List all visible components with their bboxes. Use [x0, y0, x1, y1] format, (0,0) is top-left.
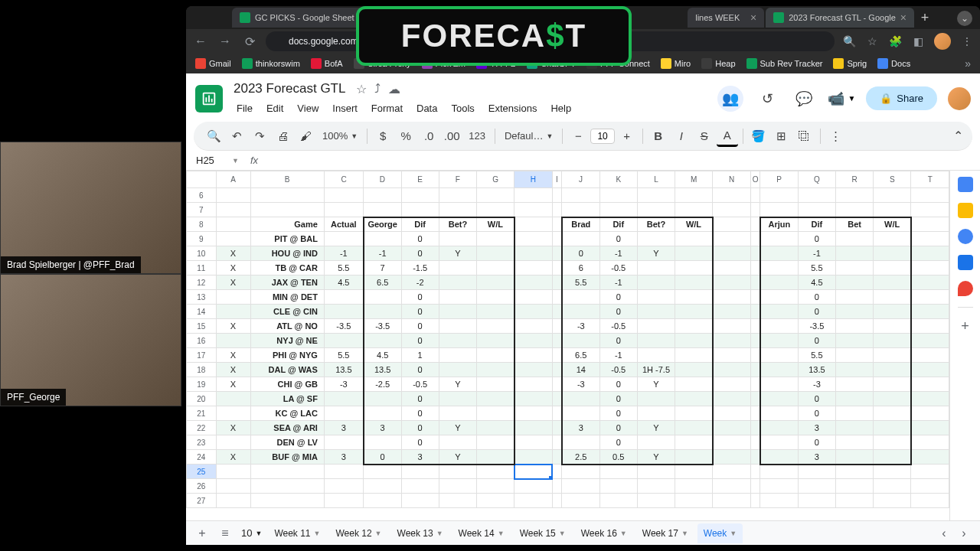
cell[interactable]: [562, 290, 599, 305]
font-size-increase[interactable]: +: [616, 126, 638, 147]
cell[interactable]: [874, 276, 911, 290]
bookmark-item[interactable]: Heap: [701, 58, 735, 69]
cell[interactable]: [562, 406, 599, 421]
cell[interactable]: [439, 406, 476, 421]
cell[interactable]: [439, 319, 476, 334]
cell[interactable]: [798, 465, 835, 479]
cell[interactable]: DAL @ WAS: [250, 363, 324, 377]
cell[interactable]: [477, 377, 514, 392]
share-button[interactable]: 🔒Share: [866, 86, 937, 110]
font-select[interactable]: Defaul…▼: [500, 130, 558, 142]
fill-color-button[interactable]: 🪣: [748, 126, 769, 147]
meet-button[interactable]: 📹▼: [828, 90, 855, 107]
cell[interactable]: [477, 261, 514, 276]
browser-tab[interactable]: lines WEEK×: [688, 8, 764, 28]
column-header[interactable]: E: [401, 171, 439, 188]
cell[interactable]: [911, 276, 949, 290]
cell[interactable]: [750, 421, 760, 435]
cell[interactable]: 5.5: [324, 261, 363, 276]
cell[interactable]: [713, 435, 750, 450]
zoom-select[interactable]: 100%▼: [318, 130, 362, 142]
cell[interactable]: [324, 334, 363, 348]
cell[interactable]: [835, 276, 873, 290]
extensions-icon[interactable]: 🧩: [888, 34, 902, 48]
cell[interactable]: [874, 377, 911, 392]
bookmark-item[interactable]: BofA: [311, 58, 343, 69]
cell[interactable]: [324, 479, 363, 494]
row-header[interactable]: 24: [187, 450, 217, 465]
column-header[interactable]: A: [216, 171, 250, 188]
sheet-prev-button[interactable]: ‹: [934, 523, 954, 543]
cell[interactable]: [364, 188, 401, 203]
column-header[interactable]: H: [514, 171, 552, 188]
cell[interactable]: [911, 305, 949, 319]
sheets-logo-icon[interactable]: [195, 85, 223, 112]
cell[interactable]: [713, 319, 750, 334]
cell[interactable]: [750, 246, 760, 261]
cell[interactable]: [835, 348, 873, 363]
percent-button[interactable]: %: [395, 126, 416, 147]
cell[interactable]: [216, 203, 250, 217]
column-header[interactable]: I: [552, 171, 562, 188]
menu-file[interactable]: File: [230, 99, 259, 117]
cell[interactable]: -0.5: [599, 319, 637, 334]
cell[interactable]: 3: [798, 421, 835, 435]
cell[interactable]: 0: [599, 305, 637, 319]
cell[interactable]: [562, 305, 599, 319]
row-header[interactable]: 6: [187, 188, 217, 203]
cell[interactable]: [477, 319, 514, 334]
cell[interactable]: [364, 479, 401, 494]
cell[interactable]: [216, 334, 250, 348]
cell[interactable]: Bet?: [439, 217, 476, 232]
cell[interactable]: -3: [324, 377, 363, 392]
redo-button[interactable]: ↷: [249, 126, 270, 147]
cell[interactable]: [675, 188, 713, 203]
cell[interactable]: [599, 479, 637, 494]
cell[interactable]: Bet?: [637, 217, 675, 232]
cell[interactable]: [874, 435, 911, 450]
cell[interactable]: -3.5: [324, 319, 363, 334]
column-header[interactable]: P: [760, 171, 798, 188]
cell[interactable]: [675, 363, 713, 377]
cell[interactable]: W/L: [477, 217, 514, 232]
cell[interactable]: 0: [599, 421, 637, 435]
cell[interactable]: -1: [324, 246, 363, 261]
cell[interactable]: [798, 494, 835, 508]
cell[interactable]: [675, 276, 713, 290]
cell[interactable]: [874, 261, 911, 276]
menu-data[interactable]: Data: [410, 99, 443, 117]
star-icon[interactable]: ☆: [356, 82, 367, 96]
cell[interactable]: 0: [401, 421, 439, 435]
strike-button[interactable]: S: [694, 126, 715, 147]
contacts-icon[interactable]: [958, 255, 973, 270]
cell[interactable]: [514, 465, 552, 479]
cell[interactable]: 3: [798, 450, 835, 465]
cell[interactable]: [760, 319, 798, 334]
cell[interactable]: [760, 435, 798, 450]
cell[interactable]: X: [216, 319, 250, 334]
cell[interactable]: [750, 305, 760, 319]
cell[interactable]: [874, 421, 911, 435]
cell[interactable]: [675, 465, 713, 479]
cell[interactable]: [637, 494, 675, 508]
cell[interactable]: 0: [798, 232, 835, 246]
cell[interactable]: [477, 494, 514, 508]
cell[interactable]: HOU @ IND: [250, 246, 324, 261]
cell[interactable]: ATL @ NO: [250, 319, 324, 334]
cell[interactable]: [562, 465, 599, 479]
cell[interactable]: 4.5: [798, 276, 835, 290]
dec-increase-button[interactable]: .00: [441, 126, 462, 147]
sheet-tab[interactable]: Week 14▼: [452, 523, 511, 543]
cell[interactable]: [364, 392, 401, 406]
cell[interactable]: [514, 406, 552, 421]
cell[interactable]: 0: [599, 406, 637, 421]
cell[interactable]: [477, 334, 514, 348]
cell[interactable]: [713, 377, 750, 392]
cell[interactable]: [713, 363, 750, 377]
cell[interactable]: 0: [599, 435, 637, 450]
cell[interactable]: [552, 479, 562, 494]
cell[interactable]: 0: [401, 246, 439, 261]
row-header[interactable]: 16: [187, 334, 217, 348]
cell[interactable]: [439, 203, 476, 217]
cell[interactable]: -3.5: [364, 319, 401, 334]
